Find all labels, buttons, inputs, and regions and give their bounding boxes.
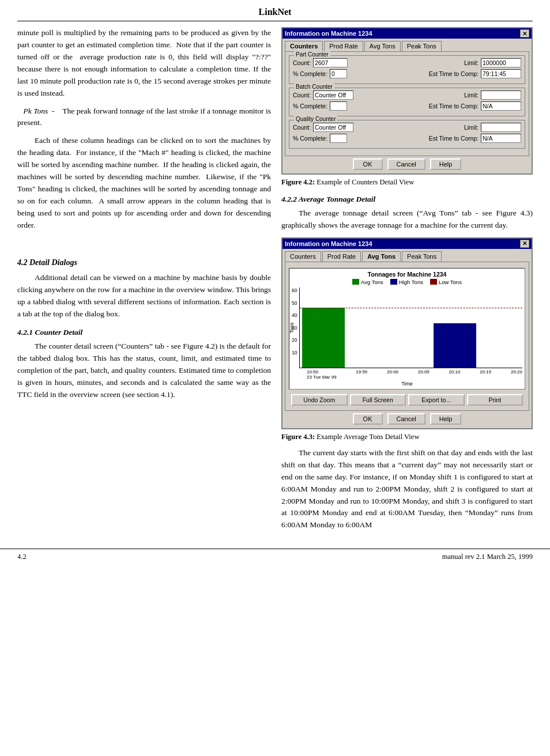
cancel-button-2[interactable]: Cancel — [387, 413, 425, 425]
dialog-tabs-2: Counters Prod Rate Avg Tons Peak Tons — [282, 249, 532, 262]
est-time-value-batch[interactable] — [481, 101, 521, 111]
x-axis-title: Time — [292, 381, 522, 387]
batch-counter-label: Batch Counter — [294, 84, 334, 90]
tab2-prod-rate[interactable]: Prod Rate — [322, 251, 361, 262]
paragraph-detail-dialogs: Additional detail can be viewed on a mac… — [17, 272, 271, 320]
bar-5 — [477, 288, 520, 368]
section-4-2-2-heading: 4.2.2 Average Tonnage Detail — [281, 195, 533, 204]
ok-button-1[interactable]: OK — [353, 158, 383, 170]
x-label-2: 19:55 — [356, 369, 367, 380]
dialog-titlebar-1: Information on Machine 1234 ✕ — [282, 28, 532, 39]
right-column: Information on Machine 1234 ✕ Counters P… — [281, 27, 533, 537]
page-footer: 4.2 manual rev 2.1 March 25, 1999 — [0, 549, 550, 564]
legend-low-label: Low Tons — [439, 279, 462, 285]
paragraph-pk-tons: Pk Tons - The peak forward tonnage of th… — [17, 105, 271, 130]
est-time-value-quality[interactable] — [481, 134, 521, 143]
dialog-titlebar-2: Information on Machine 1234 ✕ — [282, 239, 532, 249]
close-button-1[interactable]: ✕ — [520, 29, 529, 37]
ok-button-2[interactable]: OK — [353, 413, 383, 425]
count-label-batch: Count: — [293, 92, 311, 99]
print-button[interactable]: Print — [467, 394, 523, 406]
help-button-2[interactable]: Help — [430, 413, 462, 425]
pct-value-quality[interactable] — [330, 134, 347, 143]
pct-value-part[interactable] — [330, 69, 347, 78]
batch-counter-group: Batch Counter Count: Limit: % Complete: … — [289, 88, 525, 116]
y-label-10: 10 — [292, 350, 297, 356]
limit-label-quality: Limit: — [464, 124, 479, 131]
figure-4-2-caption: Figure 4.2: Example of Counters Detail V… — [281, 178, 533, 187]
chart-bars — [299, 288, 522, 368]
tab-counters[interactable]: Counters — [285, 41, 323, 51]
est-time-label-batch: Est Time to Comp: — [429, 103, 479, 109]
pct-label-quality: % Complete: — [293, 135, 327, 142]
pct-label-part: % Complete: — [293, 70, 327, 77]
paragraph-sort: Each of these column headings can be cli… — [17, 135, 271, 231]
quality-counter-label: Quality Counter — [294, 116, 337, 122]
export-button[interactable]: Export to... — [408, 394, 465, 406]
part-counter-group: Part Counter Count: Limit: % Complete: E… — [289, 55, 525, 84]
dialog-machine-1234-avgt: Information on Machine 1234 ✕ Counters P… — [281, 237, 533, 429]
pct-value-batch[interactable] — [330, 101, 347, 111]
limit-value-batch[interactable] — [481, 90, 521, 100]
limit-label-batch: Limit: — [464, 92, 479, 99]
full-screen-button[interactable]: Full Screen — [350, 394, 406, 406]
legend-avg-icon — [352, 279, 359, 285]
page-number: 4.2 — [17, 553, 27, 561]
y-label-40: 40 — [292, 312, 297, 318]
legend-low-icon — [430, 279, 437, 285]
count-label-part: Count: — [293, 59, 311, 66]
bar-3 — [390, 288, 432, 368]
limit-value-quality[interactable] — [481, 123, 521, 132]
help-button-1[interactable]: Help — [430, 158, 462, 170]
chart-title: Tonnages for Machine 1234 — [292, 271, 522, 278]
x-label-7: 20:20 — [511, 369, 522, 380]
dialog-buttons-1: OK Cancel Help — [282, 156, 532, 173]
close-button-2[interactable]: ✕ — [520, 240, 529, 248]
chart-container: 60 50 40 30 20 10 Tons — [292, 288, 522, 368]
y-axis-title: Tons — [289, 322, 295, 333]
count-value-quality[interactable] — [313, 123, 353, 132]
limit-value-part[interactable] — [481, 58, 521, 67]
bar-1-fill — [302, 308, 345, 368]
y-label-0 — [292, 362, 297, 368]
tab2-counters[interactable]: Counters — [285, 251, 321, 262]
chart-area: Tonnages for Machine 1234 Avg Tons High … — [289, 268, 525, 390]
bar-2 — [346, 288, 389, 368]
chart-legend: Avg Tons High Tons Low Tons — [292, 279, 522, 285]
section-4-2-heading: 4.2 Detail Dialogs — [17, 258, 271, 267]
count-label-quality: Count: — [293, 124, 311, 131]
count-value-batch[interactable] — [313, 90, 353, 100]
dialog-title-2: Information on Machine 1234 — [285, 240, 372, 247]
x-label-5: 20:10 — [449, 369, 461, 380]
tab2-avg-tons[interactable]: Avg Tons — [362, 251, 401, 262]
left-column: minute poll is multiplied by the remaini… — [17, 27, 271, 537]
count-value-part[interactable] — [313, 58, 348, 67]
part-counter-row1: Count: Limit: — [293, 58, 521, 67]
figure-4-3-caption: Figure 4.3: Example Average Tons Detail … — [281, 433, 533, 441]
y-label-50: 50 — [292, 300, 297, 306]
tab-avg-tons[interactable]: Avg Tons — [364, 41, 401, 51]
undo-zoom-button[interactable]: Undo Zoom — [291, 394, 348, 406]
pct-label-batch: % Complete: — [293, 103, 327, 109]
tab-peak-tons[interactable]: Peak Tons — [402, 41, 442, 51]
quality-counter-row2: % Complete: Est Time to Comp: — [293, 134, 521, 143]
limit-label-part: Limit: — [464, 59, 479, 66]
y-label-20: 20 — [292, 337, 297, 343]
est-time-value-part[interactable] — [481, 69, 521, 78]
paragraph-bottom: The current day starts with the first sh… — [281, 447, 533, 531]
bar-4 — [434, 288, 476, 368]
dialog-title-1: Information on Machine 1234 — [285, 30, 372, 37]
legend-high-icon — [390, 279, 397, 285]
section-4-2-1-heading: 4.2.1 Counter Detail — [17, 328, 271, 337]
est-time-label-part: Est Time to Comp: — [429, 70, 479, 77]
tab-prod-rate[interactable]: Prod Rate — [324, 41, 363, 51]
tab2-peak-tons[interactable]: Peak Tons — [402, 251, 442, 262]
paragraph-1: minute poll is multiplied by the remaini… — [17, 27, 271, 100]
y-label-60: 60 — [292, 288, 297, 293]
cancel-button-1[interactable]: Cancel — [387, 158, 425, 170]
legend-low: Low Tons — [430, 279, 462, 285]
x-axis-labels: 10:5023 Tue Mar 99 19:55 20:00 20:05 20:… — [292, 369, 522, 380]
quality-counter-group: Quality Counter Count: Limit: % Complete… — [289, 120, 525, 149]
paragraph-counter-detail: The counter detail screen (“Counters” ta… — [17, 341, 271, 401]
x-label-3: 20:00 — [387, 369, 398, 380]
